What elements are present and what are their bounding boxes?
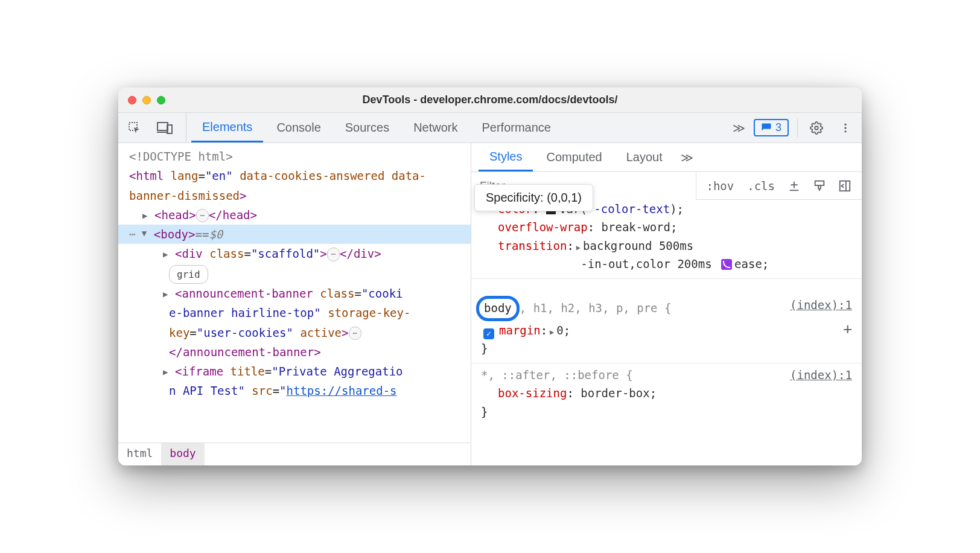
issues-count: 3	[775, 121, 781, 134]
tab-console[interactable]: Console	[266, 113, 331, 142]
close-window-button[interactable]	[128, 96, 136, 104]
tab-styles[interactable]: Styles	[479, 143, 533, 171]
new-rule-icon[interactable]	[784, 176, 804, 196]
more-icon[interactable]: ⋯	[129, 225, 137, 244]
kebab-icon[interactable]	[835, 118, 856, 138]
ellipsis-icon[interactable]: ⋯	[196, 209, 209, 222]
main-toolbar: Elements Console Sources Network Perform…	[118, 113, 862, 143]
rule-body-margin[interactable]: (index):1 body, h1, h2, h3, p, pre { ✓ma…	[471, 279, 862, 363]
window-controls	[128, 96, 165, 104]
head-node[interactable]: ▶<head>⋯</head>	[129, 205, 471, 225]
svg-rect-11	[815, 181, 824, 185]
scaffold-node[interactable]: ▶<div class="scaffold">⋯</div>	[129, 244, 471, 263]
window-title: DevTools - developer.chrome.com/docs/dev…	[118, 94, 862, 106]
svg-rect-1	[158, 123, 168, 130]
sidebar-overflow-icon[interactable]: ≫	[676, 143, 698, 171]
elements-pane: <!DOCTYPE html> <html lang="en" data-coo…	[118, 143, 471, 465]
banner-node[interactable]: ▶<announcement-banner class="cooki	[129, 284, 471, 303]
crumb-html[interactable]: html	[118, 443, 161, 465]
titlebar: DevTools - developer.chrome.com/docs/dev…	[118, 88, 862, 113]
banner-node-l2: e-banner hairline-top" storage-key-	[129, 303, 471, 322]
cls-toggle[interactable]: .cls	[743, 179, 778, 193]
issues-icon	[761, 123, 772, 133]
rule-inherited[interactable]: color: var(--color-text); overflow-wrap:…	[471, 200, 862, 279]
highlighted-selector: body	[476, 296, 520, 321]
svg-point-7	[844, 130, 846, 132]
styles-list: color: var(--color-text); overflow-wrap:…	[471, 200, 862, 465]
tab-sources[interactable]: Sources	[334, 113, 400, 142]
svg-point-4	[815, 126, 818, 130]
tab-elements[interactable]: Elements	[191, 113, 263, 142]
doctype: <!DOCTYPE html>	[129, 147, 471, 166]
add-prop-icon[interactable]: +	[844, 318, 852, 340]
svg-point-5	[844, 123, 846, 125]
prop-checkbox[interactable]: ✓	[483, 328, 494, 339]
ellipsis-icon[interactable]: ⋯	[327, 248, 340, 261]
tab-layout[interactable]: Layout	[616, 143, 673, 171]
tab-performance[interactable]: Performance	[471, 113, 562, 142]
banner-close: </announcement-banner>	[129, 342, 471, 362]
banner-node-l3: key="user-cookies" active>⋯	[129, 323, 471, 342]
tab-network[interactable]: Network	[402, 113, 468, 142]
zoom-window-button[interactable]	[157, 96, 165, 104]
easing-icon[interactable]	[721, 259, 732, 270]
crumb-body[interactable]: body	[161, 443, 204, 465]
computed-panel-icon[interactable]	[835, 176, 854, 196]
source-link[interactable]: (index):1	[790, 366, 852, 384]
html-open[interactable]: <html lang="en" data-cookies-answered da…	[129, 166, 471, 205]
sidebar-tabs: Styles Computed Layout ≫	[471, 143, 862, 172]
source-link[interactable]: (index):1	[790, 296, 852, 314]
minimize-window-button[interactable]	[142, 96, 151, 104]
divider	[797, 119, 798, 137]
paintbrush-icon[interactable]	[810, 176, 829, 196]
iframe-node-l2: n API Test" src="https://shared-s	[129, 381, 471, 400]
svg-point-6	[844, 127, 846, 129]
body-node-selected[interactable]: ⋯ ▼<body> == $0	[118, 225, 471, 244]
rule-universal[interactable]: (index):1 *, ::after, ::before { box-siz…	[471, 363, 862, 426]
specificity-tooltip: Specificity: (0,0,1)	[474, 184, 593, 211]
dom-tree[interactable]: <!DOCTYPE html> <html lang="en" data-coo…	[118, 143, 471, 443]
tabs-overflow-icon[interactable]: ≫	[733, 121, 745, 135]
tab-computed[interactable]: Computed	[535, 143, 612, 171]
ellipsis-icon[interactable]: ⋯	[349, 327, 361, 340]
inspect-icon[interactable]	[124, 118, 145, 138]
gear-icon[interactable]	[806, 118, 827, 138]
iframe-node[interactable]: ▶<iframe title="Private Aggregatio	[129, 362, 471, 381]
grid-badge[interactable]: grid	[129, 264, 471, 284]
issues-button[interactable]: 3	[754, 119, 789, 136]
hov-toggle[interactable]: :hov	[702, 179, 737, 193]
breadcrumb: html body	[118, 443, 471, 465]
device-toggle-icon[interactable]	[154, 118, 175, 138]
panel-tabs: Elements Console Sources Network Perform…	[191, 113, 728, 142]
devtools-window: DevTools - developer.chrome.com/docs/dev…	[118, 88, 862, 465]
